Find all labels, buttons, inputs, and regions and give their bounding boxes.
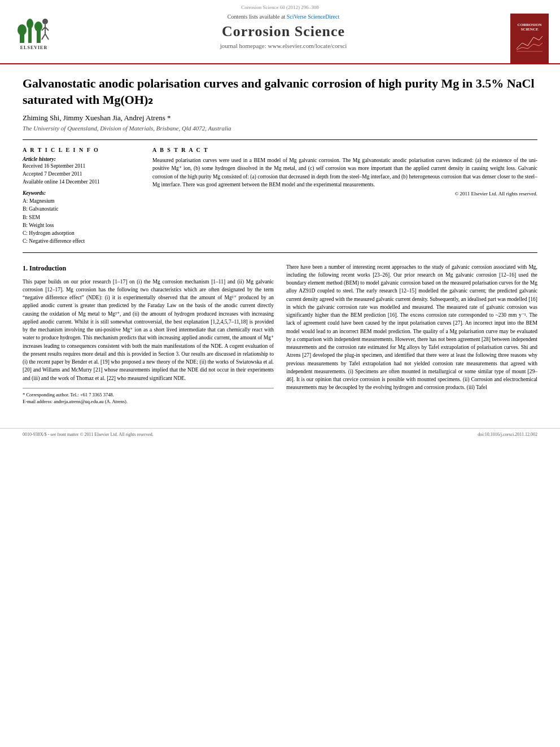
- info-abstract-section: A R T I C L E I N F O Article history: R…: [23, 139, 537, 253]
- footnote-email: E-mail address: andreja.atrens@uq.edu.au…: [23, 399, 274, 405]
- keyword-5: C: Hydrogen adsorption: [23, 229, 141, 237]
- svg-line-10: [42, 34, 45, 40]
- body-para-2: There have been a number of interesting …: [286, 263, 537, 392]
- footnote-star: * Corresponding author. Tel.: +61 7 3365…: [23, 392, 274, 399]
- cover-title: CORROSION SCIENCE: [513, 23, 546, 32]
- svg-line-11: [45, 34, 49, 40]
- svg-point-5: [34, 21, 42, 32]
- article-accepted: Accepted 7 December 2011: [23, 171, 141, 177]
- footer-issn: 0010-938X/$ - see front matter © 2011 El…: [23, 432, 154, 437]
- article-content: Galvanostatic anodic polarisation curves…: [0, 64, 560, 417]
- keyword-4: B: Weight loss: [23, 221, 141, 229]
- journal-cover-image: CORROSION SCIENCE: [510, 14, 549, 63]
- journal-title: Corrosion Science: [222, 23, 345, 40]
- journal-ref: Corrosion Science 60 (2012) 296–308: [241, 3, 318, 10]
- footnote-section: * Corresponding author. Tel.: +61 7 3365…: [23, 388, 274, 405]
- svg-point-3: [27, 19, 33, 29]
- article-info-title: A R T I C L E I N F O: [23, 147, 141, 153]
- article-history-title: Article history:: [23, 156, 141, 162]
- article-affiliation: The University of Queensland, Division o…: [23, 125, 537, 132]
- svg-rect-2: [28, 27, 32, 43]
- elsevier-logo: ELSEVIER: [11, 16, 56, 50]
- keywords-section: Keywords: A: Magnesium B: Galvanostatic …: [23, 190, 141, 246]
- keyword-2: B: Galvanostatic: [23, 205, 141, 213]
- abstract-copyright: © 2011 Elsevier Ltd. All rights reserved…: [152, 191, 537, 196]
- elsevier-label: ELSEVIER: [20, 45, 47, 50]
- keyword-6: C: Negative difference effect: [23, 237, 141, 245]
- svg-point-1: [18, 24, 27, 36]
- abstract-text: Measured polarisation curves were used i…: [152, 156, 537, 189]
- svg-rect-4: [37, 30, 41, 43]
- journal-homepage: journal homepage: www.elsevier.com/locat…: [220, 42, 347, 49]
- footer-bar: 0010-938X/$ - see front matter © 2011 El…: [0, 428, 560, 440]
- elsevier-tree-icon: [17, 16, 51, 44]
- article-info: A R T I C L E I N F O Article history: R…: [23, 147, 141, 246]
- sciverse-text: Contents lists available at SciVerse Sci…: [228, 14, 340, 20]
- article-authors: Zhiming Shi, Jimmy Xueshan Jia, Andrej A…: [23, 113, 537, 123]
- body-columns: 1. Introduction This paper builds on our…: [23, 263, 537, 405]
- body-para-1: This paper builds on our prior research …: [23, 278, 274, 382]
- journal-center: Contents lists available at SciVerse Sci…: [56, 11, 510, 54]
- journal-header: Corrosion Science 60 (2012) 296–308: [0, 0, 560, 64]
- page: Corrosion Science 60 (2012) 296–308: [0, 0, 560, 747]
- svg-point-6: [42, 19, 48, 24]
- keyword-3: B: SEM: [23, 213, 141, 221]
- abstract-title: A B S T R A C T: [152, 147, 537, 153]
- article-received: Received 16 September 2011: [23, 163, 141, 169]
- body-col-left: 1. Introduction This paper builds on our…: [23, 263, 274, 405]
- keywords-title: Keywords:: [23, 190, 141, 196]
- body-col-right: There have been a number of interesting …: [286, 263, 537, 405]
- article-title: Galvanostatic anodic polarisation curves…: [23, 76, 537, 108]
- keyword-1: A: Magnesium: [23, 197, 141, 205]
- footer-doi: doi:10.1016/j.corsci.2011.12.002: [478, 432, 537, 437]
- sciverse-link[interactable]: SciVerse ScienceDirect: [287, 14, 340, 20]
- section1-title: 1. Introduction: [23, 263, 274, 273]
- abstract-section: A B S T R A C T Measured polarisation cu…: [152, 147, 537, 246]
- article-available: Available online 14 December 2011: [23, 179, 141, 185]
- cover-chart-icon: [514, 32, 545, 54]
